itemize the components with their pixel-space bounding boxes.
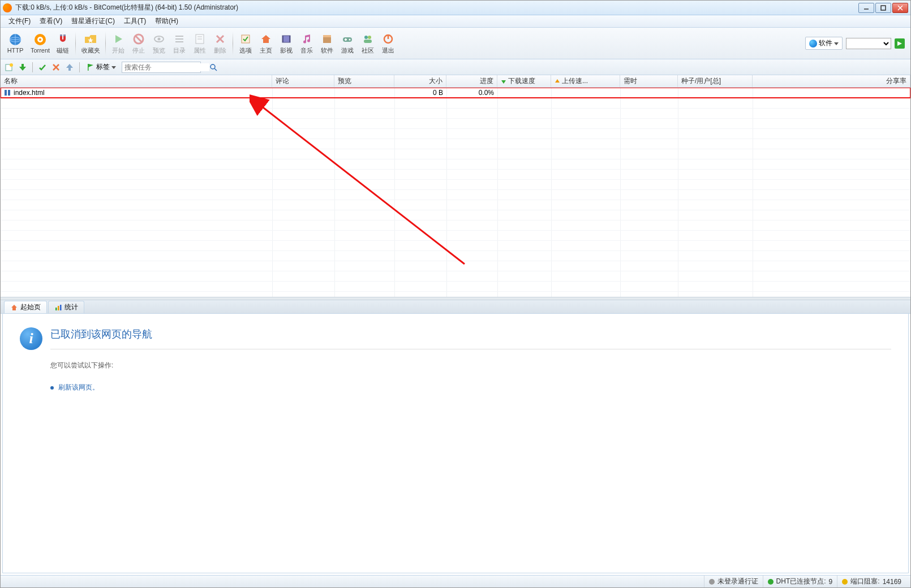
svg-line-16 bbox=[136, 36, 141, 42]
stop-icon bbox=[132, 32, 145, 46]
grey-dot-icon bbox=[709, 579, 715, 585]
up-arrow-icon[interactable] bbox=[65, 62, 75, 72]
task-list-body[interactable]: index.html 0 B 0.0% bbox=[1, 88, 910, 297]
svg-point-46 bbox=[10, 63, 13, 67]
refresh-link[interactable]: 刷新该网页。 bbox=[50, 383, 891, 392]
main-toolbar: HTTP Torrent 磁链 收藏夹 开始 停止 预览 目录 属性 删除 选项… bbox=[1, 28, 910, 59]
tab-start-page[interactable]: 起始页 bbox=[4, 301, 47, 313]
check-green-icon[interactable] bbox=[37, 62, 48, 72]
menu-file[interactable]: 文件(F) bbox=[4, 15, 35, 27]
status-port[interactable]: 端口阻塞: 14169 bbox=[837, 576, 906, 587]
svg-rect-21 bbox=[175, 41, 183, 42]
svg-rect-20 bbox=[175, 38, 183, 40]
cross-orange-icon[interactable] bbox=[51, 62, 61, 72]
svg-marker-44 bbox=[897, 41, 902, 46]
svg-rect-33 bbox=[323, 35, 331, 37]
down-arrow-green-icon[interactable] bbox=[18, 62, 28, 72]
svg-rect-40 bbox=[364, 40, 372, 43]
tab-stats[interactable]: 统计 bbox=[48, 301, 84, 313]
nav-hint: 您可以尝试以下操作: bbox=[50, 361, 891, 370]
task-list-header: 名称 评论 预览 大小 进度 下载速度 上传速... 需时 种子/用户[总] 分… bbox=[1, 75, 910, 88]
properties-button[interactable]: 属性 bbox=[190, 29, 210, 58]
col-size[interactable]: 大小 bbox=[394, 75, 446, 87]
col-time[interactable]: 需时 bbox=[620, 75, 678, 87]
svg-marker-50 bbox=[66, 64, 73, 71]
col-upload-speed[interactable]: 上传速... bbox=[551, 75, 620, 87]
col-comment[interactable]: 评论 bbox=[272, 75, 334, 87]
game-button[interactable]: 游戏 bbox=[337, 29, 358, 58]
status-login[interactable]: 未登录通行证 bbox=[704, 576, 763, 587]
torrent-icon bbox=[33, 33, 47, 46]
new-task-icon[interactable] bbox=[4, 62, 14, 72]
task-row[interactable]: index.html 0 B 0.0% bbox=[1, 88, 910, 98]
col-seeds[interactable]: 种子/用户[总] bbox=[678, 75, 753, 87]
info-icon: i bbox=[20, 327, 42, 350]
svg-point-35 bbox=[349, 38, 351, 40]
star-folder-icon bbox=[84, 32, 97, 46]
svg-marker-57 bbox=[555, 79, 560, 83]
task-name: index.html bbox=[14, 89, 45, 97]
software-dropdown[interactable]: 软件 bbox=[805, 37, 843, 50]
delete-button[interactable]: 删除 bbox=[210, 29, 230, 58]
col-share[interactable]: 分享率 bbox=[753, 75, 910, 87]
directory-button[interactable]: 目录 bbox=[169, 29, 190, 58]
svg-rect-12 bbox=[63, 34, 66, 36]
col-preview[interactable]: 预览 bbox=[334, 75, 394, 87]
svg-marker-56 bbox=[501, 80, 506, 84]
svg-rect-19 bbox=[175, 36, 183, 37]
community-button[interactable]: 社区 bbox=[358, 29, 378, 58]
software-dropdown-label: 软件 bbox=[819, 38, 832, 48]
svg-rect-65 bbox=[60, 305, 62, 310]
search-icon[interactable] bbox=[209, 63, 217, 71]
minimize-button[interactable] bbox=[858, 3, 874, 13]
go-button[interactable] bbox=[895, 38, 905, 49]
col-download-speed[interactable]: 下载速度 bbox=[497, 75, 551, 87]
music-icon bbox=[300, 32, 313, 46]
search-input[interactable] bbox=[124, 63, 209, 71]
preview-button[interactable]: 预览 bbox=[149, 29, 169, 58]
svg-point-10 bbox=[39, 38, 41, 41]
col-name[interactable]: 名称 bbox=[1, 75, 272, 87]
menu-help[interactable]: 帮助(H) bbox=[151, 15, 183, 27]
home-icon bbox=[259, 32, 273, 46]
search-task-box[interactable] bbox=[122, 62, 201, 73]
svg-point-54 bbox=[210, 64, 215, 69]
maximize-button[interactable] bbox=[875, 3, 891, 13]
video-button[interactable]: 影视 bbox=[276, 29, 296, 58]
tags-button[interactable]: 标签 bbox=[84, 61, 118, 73]
chevron-down-icon bbox=[834, 41, 839, 46]
status-dht[interactable]: DHT已连接节点: 9 bbox=[763, 576, 837, 587]
http-button[interactable]: HTTP bbox=[3, 29, 28, 58]
svg-rect-11 bbox=[60, 34, 62, 36]
magnet-button[interactable]: 磁链 bbox=[53, 29, 73, 58]
svg-marker-62 bbox=[11, 305, 17, 310]
svg-point-18 bbox=[158, 37, 161, 40]
toolbar-divider bbox=[105, 32, 106, 55]
svg-rect-37 bbox=[345, 38, 346, 41]
menu-tools[interactable]: 工具(T) bbox=[119, 15, 151, 27]
svg-marker-43 bbox=[834, 42, 839, 45]
menu-view[interactable]: 查看(V) bbox=[35, 15, 67, 27]
list-icon bbox=[173, 32, 186, 46]
exit-button[interactable]: 退出 bbox=[378, 29, 398, 58]
torrent-button[interactable]: Torrent bbox=[28, 29, 53, 58]
stop-button[interactable]: 停止 bbox=[128, 29, 149, 58]
home-button[interactable]: 主页 bbox=[256, 29, 276, 58]
film-icon bbox=[280, 32, 293, 46]
svg-marker-53 bbox=[111, 66, 116, 69]
bottom-tabs: 起始页 统计 bbox=[1, 300, 910, 314]
col-progress[interactable]: 进度 bbox=[446, 75, 497, 87]
music-button[interactable]: 音乐 bbox=[296, 29, 317, 58]
menu-passport[interactable]: 彗星通行证(C) bbox=[67, 15, 119, 27]
close-button[interactable] bbox=[892, 3, 908, 13]
people-icon bbox=[361, 32, 375, 46]
svg-marker-47 bbox=[19, 64, 26, 71]
search-engine-select[interactable] bbox=[846, 38, 891, 49]
software-button[interactable]: 软件 bbox=[317, 29, 337, 58]
favorites-button[interactable]: 收藏夹 bbox=[78, 29, 103, 58]
options-button[interactable]: 选项 bbox=[235, 29, 256, 58]
start-button[interactable]: 开始 bbox=[108, 29, 128, 58]
titlebar: 下载:0 kB/s, 上传:0 kB/s - BitComet(比特彗星) (6… bbox=[1, 1, 910, 15]
options-icon bbox=[239, 32, 252, 46]
toolbar-divider bbox=[233, 32, 233, 55]
